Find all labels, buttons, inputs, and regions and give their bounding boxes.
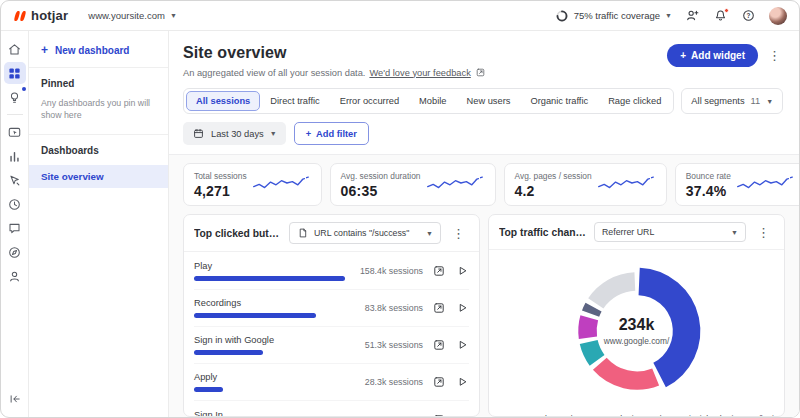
filter-bar: Last 30 days ▼ + Add filter xyxy=(169,114,799,154)
clicked-link-row: Play158.4k sessions xyxy=(194,253,469,290)
calendar-icon xyxy=(192,127,205,140)
row-actions: 158.4k sessions xyxy=(357,264,469,278)
bar-cell: Play xyxy=(194,261,357,281)
sparkline-chart xyxy=(735,172,795,198)
stat-card-avg-session-duration[interactable]: Avg. session duration06:35 xyxy=(330,163,496,206)
rail-item-surveys-icon[interactable] xyxy=(4,241,26,263)
segment-tab-organic-traffic[interactable]: Organic traffic xyxy=(520,91,598,111)
donut-segment[interactable] xyxy=(595,281,634,303)
sparkline-chart xyxy=(251,172,311,198)
clicked-link-row: Apply28.3k sessions xyxy=(194,364,469,401)
url-filter-dropdown[interactable]: URL contains "/success" ▼ xyxy=(289,222,441,244)
app-body: + New dashboard Pinned Any dashboards yo… xyxy=(1,31,799,417)
sidebar-item-site-overview[interactable]: Site overview xyxy=(29,165,168,188)
stat-value: 4,271 xyxy=(194,183,247,199)
clicked-link-row: Sign in with Google51.3k sessions xyxy=(194,327,469,364)
page-kebab-menu-icon[interactable]: ⋮ xyxy=(764,47,785,64)
top-bar-actions: 75% traffic coverage ▼ ? xyxy=(555,7,787,25)
pinned-heading: Pinned xyxy=(41,78,156,89)
legend-item[interactable]: www.hotjar.com/ xyxy=(588,414,661,417)
top-clicked-widget: Top clicked buttons & links URL contains… xyxy=(183,214,480,417)
referrer-dropdown[interactable]: Referrer URL ▼ xyxy=(594,222,746,242)
legend-dot xyxy=(588,416,595,418)
rail-item-dashboards-icon[interactable] xyxy=(4,62,26,84)
rail-item-click-tracking-icon[interactable] xyxy=(4,169,26,191)
new-dashboard-button[interactable]: + New dashboard xyxy=(29,40,168,67)
add-filter-button[interactable]: + Add filter xyxy=(294,122,369,145)
chevron-down-icon: ▼ xyxy=(426,230,433,237)
play-recordings-icon[interactable] xyxy=(455,375,469,389)
view-heatmap-icon[interactable] xyxy=(432,301,446,315)
play-recordings-icon[interactable] xyxy=(455,301,469,315)
add-widget-button[interactable]: + Add widget xyxy=(667,44,758,67)
traffic-kebab-icon[interactable]: ⋮ xyxy=(753,224,774,241)
dashboards-section: Dashboards Site overview xyxy=(29,134,168,188)
link-label: Sign in with Google xyxy=(194,335,345,345)
donut-segment[interactable] xyxy=(587,318,589,338)
stat-card-bounce-rate[interactable]: Bounce rate37.4% xyxy=(675,163,800,206)
rail-divider xyxy=(7,114,23,115)
page-subtitle: An aggregated view of all your session d… xyxy=(183,67,486,78)
segment-tab-direct-traffic[interactable]: Direct traffic xyxy=(260,91,329,111)
all-segments-label: All segments xyxy=(691,96,744,106)
stat-label: Avg. session duration xyxy=(341,171,421,181)
legend-label: www.hotjar.com/ xyxy=(600,414,661,417)
clicked-links-list: Play158.4k sessionsRecordings83.8k sessi… xyxy=(184,252,479,416)
all-segments-dropdown[interactable]: All segments 11 ▼ xyxy=(681,88,783,114)
rail-item-recordings-icon[interactable] xyxy=(4,121,26,143)
stat-card-avg-pages-session[interactable]: Avg. pages / session4.2 xyxy=(504,163,667,206)
traffic-donut-chart[interactable]: 234k www.google.com/ xyxy=(559,253,715,409)
date-range-dropdown[interactable]: Last 30 days ▼ xyxy=(183,122,286,145)
play-recordings-icon[interactable] xyxy=(455,338,469,352)
sessions-bar xyxy=(194,276,345,281)
legend-dot xyxy=(677,416,684,418)
rail-item-ideas-icon[interactable] xyxy=(4,86,26,108)
widgets-row: Top clicked buttons & links URL contains… xyxy=(183,214,785,417)
user-avatar[interactable] xyxy=(769,7,787,25)
link-label: Apply xyxy=(194,372,345,382)
page-header: Site overview An aggregated view of all … xyxy=(169,31,799,85)
play-recordings-icon[interactable] xyxy=(455,264,469,278)
notifications-bell-icon[interactable] xyxy=(713,8,728,23)
view-heatmap-icon[interactable] xyxy=(432,338,446,352)
rail-item-users-icon[interactable] xyxy=(4,265,26,287)
rail-item-feedback-icon[interactable] xyxy=(4,217,26,239)
segment-tab-new-users[interactable]: New users xyxy=(457,91,521,111)
notification-dot xyxy=(724,8,729,13)
donut-svg xyxy=(559,253,715,409)
rail-item-home-icon[interactable] xyxy=(4,38,26,60)
legend-item[interactable]: insights.hotjar.com/login xyxy=(677,414,778,417)
segment-tab-rage-clicked[interactable]: Rage clicked xyxy=(598,91,671,111)
rail-item-history-icon[interactable] xyxy=(4,193,26,215)
view-heatmap-icon[interactable] xyxy=(432,264,446,278)
sparkline-chart xyxy=(596,172,656,198)
segment-tab-mobile[interactable]: Mobile xyxy=(409,91,456,111)
donut-segment-insights-hotjar-com-login[interactable] xyxy=(588,342,596,360)
donut-segment[interactable] xyxy=(590,307,593,313)
help-icon[interactable]: ? xyxy=(741,8,756,23)
collapse-sidebar-icon[interactable] xyxy=(4,388,26,410)
bar-cell: Apply xyxy=(194,372,357,392)
play-recordings-icon[interactable] xyxy=(455,413,469,417)
segment-tab-all-sessions[interactable]: All sessions xyxy=(186,91,260,111)
rail-item-heatmaps-icon[interactable] xyxy=(4,145,26,167)
site-selector-dropdown[interactable]: www.yoursite.com ▼ xyxy=(88,10,177,21)
sessions-bar xyxy=(194,313,316,318)
top-clicked-kebab-icon[interactable]: ⋮ xyxy=(448,225,469,242)
legend-item[interactable]: www.google.com/ xyxy=(494,414,572,417)
all-segments-count: 11 xyxy=(751,96,761,106)
stat-card-total-sessions[interactable]: Total sessions4,271 xyxy=(183,163,322,206)
view-heatmap-icon[interactable] xyxy=(432,413,446,417)
stat-label: Bounce rate xyxy=(686,171,731,181)
donut-segment-www-google-com-[interactable] xyxy=(639,281,686,375)
segment-tab-error-occurred[interactable]: Error occurred xyxy=(330,91,409,111)
feedback-link[interactable]: We'd love your feedback xyxy=(369,68,470,78)
sessions-count: 28k sessions xyxy=(357,415,423,417)
traffic-coverage-dropdown[interactable]: 75% traffic coverage ▼ xyxy=(555,9,672,23)
top-bar: hotjar www.yoursite.com ▼ 75% traffic co… xyxy=(1,1,799,31)
view-heatmap-icon[interactable] xyxy=(432,375,446,389)
traffic-coverage-label: 75% traffic coverage xyxy=(574,10,660,21)
donut-segment-www-hotjar-com-[interactable] xyxy=(599,364,655,381)
bar-cell: Recordings xyxy=(194,298,357,318)
invite-user-icon[interactable] xyxy=(685,8,700,23)
